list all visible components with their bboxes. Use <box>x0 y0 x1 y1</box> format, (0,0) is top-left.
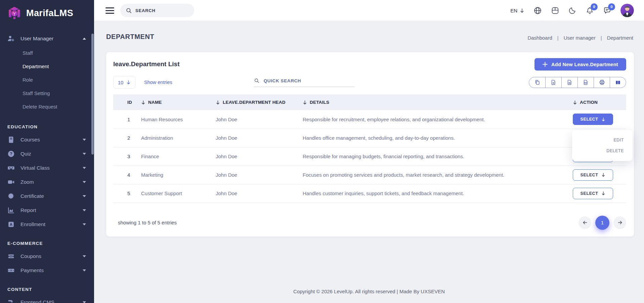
sidebar-scrollbar[interactable] <box>91 34 94 155</box>
search-icon <box>126 7 132 14</box>
dark-mode-button[interactable] <box>568 6 576 14</box>
sidebar-item-report[interactable]: Report <box>0 203 94 217</box>
sidebar-item-coupons[interactable]: Coupons <box>0 249 94 263</box>
column-header-id[interactable]: ID <box>113 94 141 110</box>
chevron-down-icon <box>83 195 86 197</box>
user-avatar[interactable] <box>620 4 634 17</box>
sidebar-item-label: Quiz <box>20 151 31 157</box>
sidebar-item-department[interactable]: Department <box>0 60 94 73</box>
quick-search <box>254 78 355 87</box>
previous-page-button[interactable] <box>578 216 591 229</box>
sidebar-item-frontend-cms[interactable]: Frontend CMS <box>0 295 94 303</box>
copyright-text: Copyright © 2026 LevelUp. All rights res… <box>293 289 445 294</box>
vr-goggles-icon <box>7 164 15 172</box>
user-gear-icon <box>7 35 15 42</box>
page-title: DEPARTMENT <box>106 33 154 41</box>
columns-icon <box>615 80 621 85</box>
sidebar-item-user-manager[interactable]: User Manager <box>0 32 94 46</box>
breadcrumb-separator: | <box>601 35 602 41</box>
breadcrumb-department[interactable]: Department <box>607 35 633 41</box>
arrow-right-icon <box>617 220 623 225</box>
csv-export-button[interactable] <box>561 77 577 88</box>
brand-logo[interactable]: MarifaLMS <box>0 0 94 24</box>
chevron-down-icon <box>83 301 86 303</box>
svg-text:PDF: PDF <box>584 82 587 84</box>
page-length-select[interactable]: 10 <box>113 76 135 89</box>
table-footer: showing 1 to 5 of 5 entries 1 <box>113 216 626 230</box>
section-header-content: CONTENT <box>0 277 94 295</box>
column-header-details[interactable]: DETAILS <box>303 94 573 110</box>
select-action-button[interactable]: SELECT <box>573 114 613 125</box>
column-label: LEAVE.DEPARTMENT HEAD <box>223 100 286 105</box>
quick-search-input[interactable] <box>264 78 355 83</box>
edit-menu-item[interactable]: EDIT <box>572 135 633 145</box>
cell-id: 4 <box>113 166 141 184</box>
sidebar-item-enrollment[interactable]: A Enrollment <box>0 217 94 231</box>
cell-head: John Doe <box>216 147 303 166</box>
chevron-down-icon <box>83 167 86 169</box>
breadcrumb-dashboard[interactable]: Dashboard <box>527 35 552 41</box>
globe-icon <box>533 6 542 15</box>
select-action-button[interactable]: SELECT <box>573 169 613 181</box>
sidebar-item-delete-request[interactable]: Delete Request <box>0 100 94 114</box>
svg-text:A: A <box>10 222 12 226</box>
section-header-education: EDUCATION <box>0 115 94 133</box>
breadcrumb-user-manager[interactable]: User manager <box>564 35 596 41</box>
menu-toggle-icon[interactable] <box>105 7 115 14</box>
sidebar-item-staff[interactable]: Staff <box>0 46 94 60</box>
language-selector[interactable]: EN <box>510 8 524 13</box>
delete-menu-item[interactable]: DELETE <box>572 145 633 156</box>
layout-button[interactable] <box>551 6 559 15</box>
excel-export-button[interactable] <box>545 77 561 88</box>
sidebar: MarifaLMS User Manager Staff Department … <box>0 0 94 303</box>
avatar-image <box>620 4 634 17</box>
table-row: 3 Finance John Doe Responsible for manag… <box>113 147 626 166</box>
book-icon <box>7 136 15 143</box>
search-input[interactable] <box>135 8 189 13</box>
table-controls: 10 Show entries <box>113 76 626 89</box>
cell-id: 5 <box>113 184 141 203</box>
page-head: DEPARTMENT Dashboard | User manager | De… <box>94 21 644 41</box>
table-row: 1 Human Resources John Doe Responsible f… <box>113 110 626 129</box>
cell-name: Human Resources <box>141 110 216 129</box>
page-length-value: 10 <box>118 80 124 85</box>
globe-button[interactable] <box>533 6 542 15</box>
length-controls: 10 Show entries <box>113 76 190 89</box>
print-button[interactable] <box>594 77 610 88</box>
pdf-export-button[interactable]: PDF <box>577 77 594 88</box>
certificate-seal-icon <box>7 192 15 200</box>
chevron-down-icon <box>83 139 86 141</box>
sidebar-item-quiz[interactable]: ? Quiz <box>0 147 94 161</box>
column-header-head[interactable]: LEAVE.DEPARTMENT HEAD <box>216 94 303 110</box>
cell-details: Responsible for recruitment, employee re… <box>303 110 573 129</box>
column-header-action[interactable]: ACTION <box>573 94 626 110</box>
sidebar-item-courses[interactable]: Courses <box>0 133 94 147</box>
sidebar-item-certificate[interactable]: Certificate <box>0 189 94 203</box>
column-visibility-button[interactable] <box>610 77 626 88</box>
department-table: ID NAME LEAVE.DEPARTMENT HEAD DETAILS AC… <box>113 94 626 203</box>
chevron-down-icon <box>83 153 86 155</box>
cms-pipe-icon <box>7 299 15 303</box>
select-label: SELECT <box>581 191 598 196</box>
next-page-button[interactable] <box>613 216 626 229</box>
column-label: ID <box>127 100 132 105</box>
cell-head: John Doe <box>216 166 303 184</box>
column-header-name[interactable]: NAME <box>141 94 216 110</box>
messages-button[interactable]: 0 <box>603 6 611 15</box>
copy-export-button[interactable] <box>529 77 545 88</box>
excel-file-icon <box>551 80 556 85</box>
notifications-button[interactable]: 0 <box>586 6 594 15</box>
sidebar-item-label: Coupons <box>20 253 41 259</box>
sidebar-item-zoom[interactable]: Zoom <box>0 175 94 189</box>
select-action-button[interactable]: SELECT <box>573 188 613 199</box>
sidebar-item-virtual-class[interactable]: Virtual Class <box>0 161 94 175</box>
sidebar-item-staff-setting[interactable]: Staff Setting <box>0 87 94 100</box>
cell-name: Finance <box>141 147 216 166</box>
sidebar-item-role[interactable]: Role <box>0 73 94 87</box>
moon-icon <box>568 6 576 14</box>
sort-icon <box>216 100 220 105</box>
add-department-button[interactable]: Add New Leave.Department <box>534 58 626 71</box>
cell-id: 1 <box>113 110 141 129</box>
sidebar-item-payments[interactable]: 0 Payments <box>0 263 94 277</box>
page-number-button[interactable]: 1 <box>595 216 609 230</box>
